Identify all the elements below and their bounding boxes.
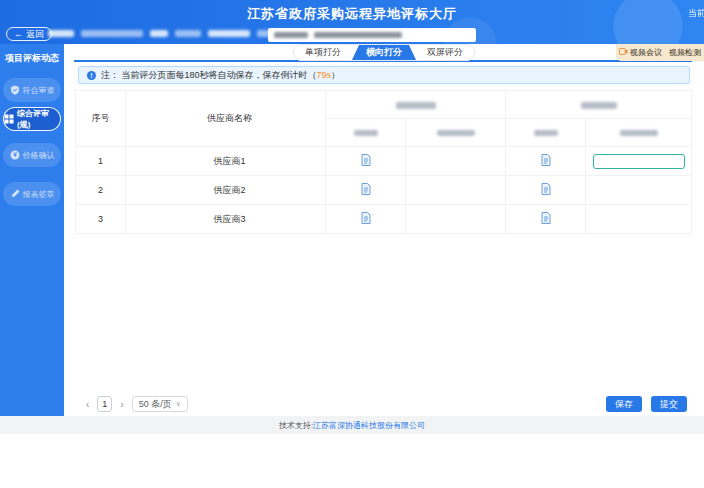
score-cell xyxy=(406,147,506,176)
support-label: 技术支持: xyxy=(279,420,313,431)
current-time-text: 当前 xyxy=(688,7,704,20)
back-arrow-icon: ← xyxy=(14,28,23,40)
page-size-value: 50 条/页 xyxy=(139,398,172,411)
video-check-button[interactable]: 视频检测 xyxy=(669,47,701,58)
video-conference-label: 视频会议 xyxy=(630,47,662,58)
view-document-icon[interactable] xyxy=(541,183,551,195)
redacted-text xyxy=(150,30,168,37)
footer: 技术支持:江苏富深协通科技股份有限公司 xyxy=(0,416,704,434)
redacted-text xyxy=(314,32,402,38)
svg-text:¥: ¥ xyxy=(13,151,17,158)
redacted-text xyxy=(274,32,308,38)
tab-bar: 单项打分 横向打分 双屏评分 视频会议 视频检测 xyxy=(64,44,704,62)
tab-single-score[interactable]: 单项打分 xyxy=(294,45,352,60)
app-title: 江苏省政府采购远程异地评标大厅 xyxy=(0,5,704,23)
redacted-text xyxy=(437,130,475,136)
next-page-button[interactable]: › xyxy=(118,399,125,410)
score-sub-header xyxy=(406,119,506,147)
view-document-icon[interactable] xyxy=(541,212,551,224)
grid-icon xyxy=(4,114,14,124)
supplier-name: 供应商2 xyxy=(126,176,326,205)
score-group-1-header xyxy=(326,91,506,119)
sidebar-item-label: 价格确认 xyxy=(23,150,55,161)
row-index: 2 xyxy=(76,176,126,205)
view-document-icon[interactable] xyxy=(541,154,551,166)
redacted-text xyxy=(175,30,201,37)
save-button[interactable]: 保存 xyxy=(606,396,642,412)
tab-group: 单项打分 横向打分 双屏评分 xyxy=(293,44,475,61)
score-cell xyxy=(586,176,692,205)
project-selector[interactable] xyxy=(268,28,476,42)
back-button[interactable]: ← 返回 xyxy=(6,27,52,41)
page-size-select[interactable]: 50 条/页 ∨ xyxy=(132,396,188,412)
supplier-name: 供应商1 xyxy=(126,147,326,176)
table-row: 1 供应商1 xyxy=(76,147,692,176)
info-icon: ! xyxy=(87,71,96,80)
main-content: 单项打分 横向打分 双屏评分 视频会议 视频检测 ! 注： 当前评分页面每180… xyxy=(64,44,704,416)
redacted-text xyxy=(581,102,617,109)
view-document-icon[interactable] xyxy=(361,154,371,166)
score-group-2-header xyxy=(506,91,692,119)
tab-horizontal-score[interactable]: 横向打分 xyxy=(352,45,416,60)
table-row: 3 供应商3 xyxy=(76,205,692,234)
autosave-timer: 79s xyxy=(317,70,332,80)
notice-bar: ! 注： 当前评分页面每180秒将自动保存，保存倒计时（79s） xyxy=(78,66,690,84)
header-bar: 江苏省政府采购远程异地评标大厅 当前 ← 返回 xyxy=(0,0,704,44)
view-document-icon[interactable] xyxy=(361,212,371,224)
redacted-text xyxy=(208,30,250,37)
redacted-text xyxy=(620,130,658,136)
score-cell xyxy=(406,176,506,205)
sidebar-item-label: 符合审查 xyxy=(23,85,55,96)
pen-icon xyxy=(10,189,20,199)
redacted-text xyxy=(396,102,436,109)
project-info-redacted xyxy=(48,30,281,37)
page-number[interactable]: 1 xyxy=(97,396,112,412)
camera-icon xyxy=(619,48,628,57)
app-window: 江苏省政府采购远程异地评标大厅 当前 ← 返回 项目评标动态 符合审查 xyxy=(0,0,704,488)
pagination: ‹ 1 › 50 条/页 ∨ xyxy=(84,396,188,412)
table-row: 2 供应商2 xyxy=(76,176,692,205)
row-index: 1 xyxy=(76,147,126,176)
action-buttons: 保存 提交 xyxy=(606,396,687,412)
sidebar: 项目评标动态 符合审查 综合评审(规) ¥ 价格确认 报表签章 xyxy=(0,44,64,416)
score-sub-header xyxy=(586,119,692,147)
chevron-down-icon: ∨ xyxy=(176,400,181,408)
video-check-label: 视频检测 xyxy=(669,47,701,58)
price-icon: ¥ xyxy=(10,150,20,160)
score-sub-header xyxy=(506,119,586,147)
submit-button[interactable]: 提交 xyxy=(651,396,687,412)
col-header-no: 序号 xyxy=(76,91,126,147)
sidebar-item-conformity-review[interactable]: 符合审查 xyxy=(3,78,61,102)
video-toolbar: 视频会议 视频检测 xyxy=(616,44,704,61)
sidebar-title: 项目评标动态 xyxy=(0,52,64,65)
view-document-icon[interactable] xyxy=(361,183,371,195)
redacted-text xyxy=(81,30,143,37)
sidebar-item-price-confirm[interactable]: ¥ 价格确认 xyxy=(3,143,61,167)
tab-dual-screen-score[interactable]: 双屏评分 xyxy=(416,45,474,60)
redacted-text xyxy=(48,30,74,37)
back-button-label: 返回 xyxy=(26,28,44,40)
score-table: 序号 供应商名称 1 供应商1 xyxy=(75,90,692,234)
score-cell xyxy=(586,205,692,234)
notice-text: 注： 当前评分页面每180秒将自动保存，保存倒计时（79s） xyxy=(101,69,340,82)
sidebar-item-label: 综合评审(规) xyxy=(17,108,60,130)
sidebar-item-label: 报表签章 xyxy=(23,189,55,200)
score-cell xyxy=(406,205,506,234)
supplier-name: 供应商3 xyxy=(126,205,326,234)
prev-page-button[interactable]: ‹ xyxy=(84,399,91,410)
redacted-text xyxy=(354,130,378,136)
col-header-supplier: 供应商名称 xyxy=(126,91,326,147)
shield-icon xyxy=(10,85,20,95)
sidebar-item-comprehensive-review[interactable]: 综合评审(规) xyxy=(3,107,61,131)
redacted-text xyxy=(534,130,558,136)
score-sub-header xyxy=(326,119,406,147)
score-input[interactable] xyxy=(593,154,685,169)
company-link[interactable]: 江苏富深协通科技股份有限公司 xyxy=(313,420,425,431)
row-index: 3 xyxy=(76,205,126,234)
video-conference-button[interactable]: 视频会议 xyxy=(619,47,662,58)
sidebar-item-report-sign[interactable]: 报表签章 xyxy=(3,182,61,206)
